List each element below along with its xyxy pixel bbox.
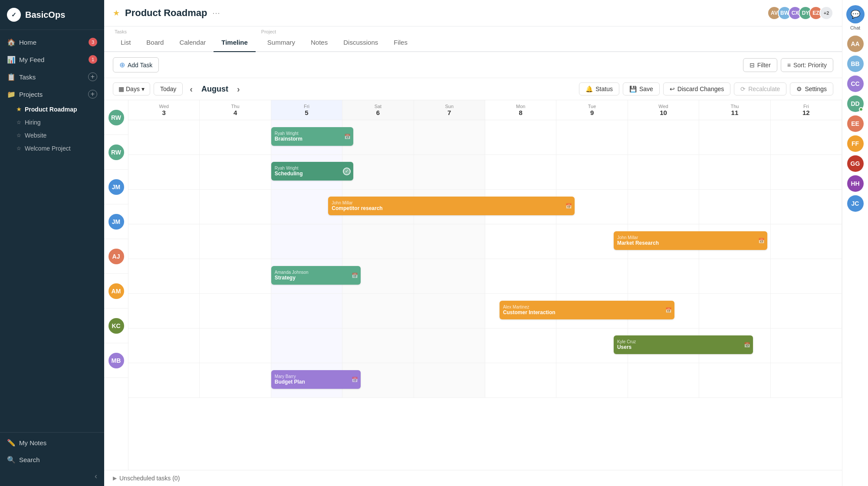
task-bar-budget-plan[interactable]: Mary Barry Budget Plan 📅 [271,370,361,389]
discard-button[interactable]: ↩ Discard Changes [663,82,730,95]
app-logo[interactable]: ✓ BasicOps [0,0,104,30]
days-view-button[interactable]: ▦ Days ▾ [113,82,150,95]
tasks-tabs-section: Tasks List Board Calendar Timeline [113,26,256,51]
month-nav: ‹ August › [188,84,241,94]
cal-nav-left: ▦ Days ▾ Today [113,82,183,95]
tab-board[interactable]: Board [138,34,171,52]
chat-avatar-3[interactable]: DD [847,95,864,112]
task-bar-strategy[interactable]: Amanda Johnson Strategy 📅 [271,266,361,285]
status-button[interactable]: 🔔 Status [579,82,619,95]
current-month: August [201,85,228,94]
task-assignee-competitor-research: John Millar [332,200,571,205]
timeline-scroll[interactable]: RWRWJMJMAJAMKCMB Wed3Thu4Fri5Sat6Sun7Mon… [104,100,842,470]
sidebar-item-feed[interactable]: 📊 My Feed 1 [0,51,104,68]
calendar-grid-icon: ▦ [118,85,124,92]
chat-button[interactable]: 💬 [846,5,865,23]
task-bar-brainstorm[interactable]: Ryah Wright Brainstorm 📅 [271,127,353,146]
sidebar-item-website[interactable]: ☆ Website [0,129,104,142]
chat-avatar-4[interactable]: EE [847,115,864,132]
day-of-month-11: 11 [701,109,768,116]
home-icon: 🏠 [7,38,15,46]
tab-calendar[interactable]: Calendar [171,34,214,52]
chat-avatar-jc[interactable]: JC [847,195,864,212]
timeline-grid: Wed3Thu4Fri5Sat6Sun7Mon8Tue9Wed10Thu11Fr… [128,100,842,470]
page-more-icon[interactable]: ⋯ [212,8,220,18]
unscheduled-bar[interactable]: ▶ Unscheduled tasks (0) [104,470,842,486]
add-task-button[interactable]: ⊕ Add Task [113,57,159,72]
tab-summary[interactable]: Summary [260,34,303,52]
projects-badge: + [88,90,97,99]
task-bar-competitor-research[interactable]: John Millar Competitor research 📅 [328,197,574,215]
tab-list[interactable]: List [113,34,138,52]
prev-month-button[interactable]: ‹ [188,84,194,94]
sidebar-projects-label: Projects [19,91,43,98]
timeline-cell-0-5 [485,120,556,154]
next-month-button[interactable]: › [235,84,242,94]
row-avatar-img-5[interactable]: AM [108,283,124,299]
sidebar-item-home[interactable]: 🏠 Home 3 [0,33,104,51]
chat-avatar-6[interactable]: GG [847,155,864,172]
star-icon-hiring: ☆ [16,119,21,125]
timeline-row-3: John Millar Market Research 📅 [128,224,842,259]
task-title-budget-plan: Budget Plan [275,379,357,385]
sidebar-item-projects[interactable]: 📁 Projects + [0,85,104,103]
chat-avatar-1[interactable]: BB [847,56,864,72]
project-website-label: Website [25,132,46,139]
day-of-week-7: Sun [416,104,483,109]
sidebar-item-welcome-project[interactable]: ☆ Welcome Project [0,142,104,155]
task-bar-customer-interaction[interactable]: Alex Martinez Customer Interaction 📅 [500,301,674,319]
day-header-7: Sun7 [414,100,485,120]
sidebar-item-hiring[interactable]: ☆ Hiring [0,116,104,129]
settings-button[interactable]: ⚙ Settings [790,82,833,95]
tab-files[interactable]: Files [386,34,415,52]
row-avatar-img-1[interactable]: RW [108,144,124,160]
day-of-week-8: Mon [487,104,554,109]
chat-avatar-5[interactable]: FF [847,135,864,152]
page-title: Product Roadmap [125,7,207,19]
avatar-overflow[interactable]: +2 [819,6,833,20]
chat-avatar-7[interactable]: HH [847,175,864,192]
sidebar-item-tasks[interactable]: 📋 Tasks + [0,68,104,85]
add-task-plus-icon: ⊕ [119,61,125,69]
sort-label: Sort: Priority [793,62,827,69]
task-bar-users[interactable]: Kyle Cruz Users 📅 [614,335,753,354]
timeline-cell-2-7 [628,190,699,224]
timeline-avatar-col: RWRWJMJMAJAMKCMB [104,100,128,470]
timeline-cell-3-3 [342,224,414,259]
page-star-icon[interactable]: ★ [113,8,120,18]
sort-button[interactable]: ≡ Sort: Priority [781,58,833,72]
sidebar-item-product-roadmap[interactable]: ★ Product Roadmap [0,103,104,116]
day-of-week-12: Fri [773,104,840,109]
timeline-cell-4-7 [628,259,699,293]
sidebar-item-my-notes[interactable]: ✏️ My Notes [0,434,104,451]
recalculate-button[interactable]: ⟳ Recalculate [734,82,786,95]
sidebar-item-search[interactable]: 🔍 Search [0,451,104,468]
chat-avatar-2[interactable]: CC [847,76,864,92]
row-avatar-img-6[interactable]: KC [108,318,124,334]
star-icon-product-roadmap: ★ [16,106,21,112]
timeline-cell-4-5 [485,259,556,293]
timeline-cell-5-8 [699,294,770,328]
row-avatar-img-4[interactable]: AJ [108,249,124,264]
tab-discussions[interactable]: Discussions [335,34,386,52]
filter-button[interactable]: ⊟ Filter [743,58,777,72]
row-avatar-img-2[interactable]: JM [108,179,124,195]
row-avatar-img-7[interactable]: MB [108,353,124,368]
tabs-bar: Tasks List Board Calendar Timeline Proje… [104,26,842,52]
day-header-6: Sat6 [342,100,414,120]
task-assignee-users: Kyle Cruz [617,339,750,344]
chat-avatar-0[interactable]: AA [847,36,864,52]
timeline-cell-6-5 [485,328,556,363]
task-bar-market-research[interactable]: John Millar Market Research 📅 [614,231,767,250]
tab-timeline[interactable]: Timeline [214,34,256,52]
timeline-rows: Ryah Wright Brainstorm 📅 Ryah Wright Sch… [128,120,842,398]
timeline-cell-6-0 [128,328,200,363]
tab-notes[interactable]: Notes [303,34,335,52]
task-bar-scheduling[interactable]: Ryah Wright Scheduling ✓ [271,162,353,181]
sidebar-collapse-button[interactable]: ‹ [0,468,104,484]
row-avatar-img-3[interactable]: JM [108,214,124,230]
row-avatar-img-0[interactable]: RW [108,110,124,125]
sidebar-feed-label: My Feed [19,56,44,63]
today-button[interactable]: Today [154,82,183,95]
save-button[interactable]: 💾 Save [623,82,660,95]
